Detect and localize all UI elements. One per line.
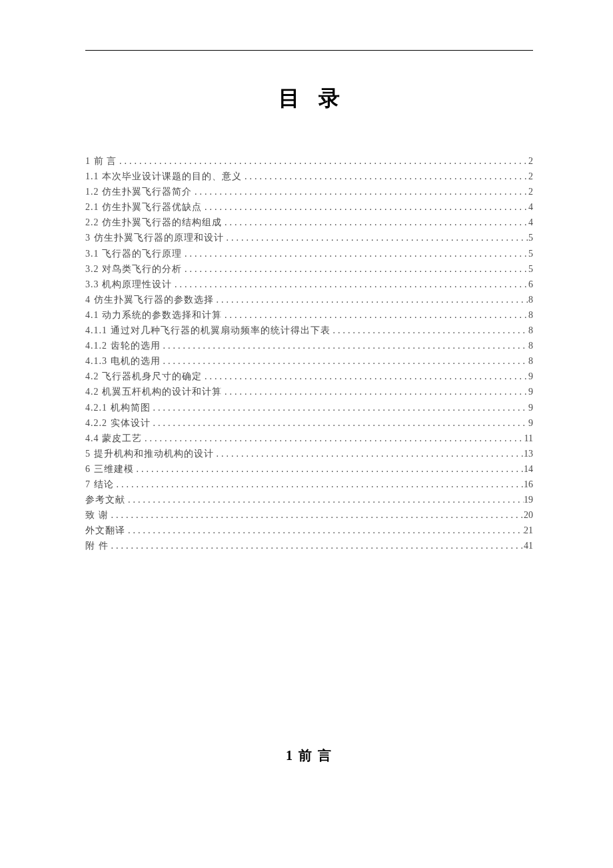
toc-leader-dots xyxy=(222,215,528,230)
toc-entry-label: 4.2.2 实体设计 xyxy=(85,415,151,431)
toc-row: 4.2 飞行器机身尺寸的确定9 xyxy=(85,369,533,384)
toc-entry-page: 9 xyxy=(528,369,533,384)
toc-entry-page: 9 xyxy=(528,400,533,415)
toc-leader-dots xyxy=(182,246,528,261)
toc-leader-dots xyxy=(224,230,529,245)
table-of-contents: 1 前 言21.1 本次毕业设计课题的目的、意义21.2 仿生扑翼飞行器简介22… xyxy=(85,153,533,553)
toc-row: 4.2.1 机构简图9 xyxy=(85,400,533,415)
toc-entry-page: 11 xyxy=(524,431,533,446)
toc-entry-label: 4.4 蒙皮工艺 xyxy=(85,431,142,446)
toc-entry-page: 9 xyxy=(528,384,533,399)
toc-entry-label: 致 谢 xyxy=(85,507,109,523)
toc-leader-dots xyxy=(172,277,528,292)
section-heading-preface: 1 前 言 xyxy=(85,747,533,765)
toc-entry-page: 19 xyxy=(524,492,533,507)
toc-entry-page: 8 xyxy=(528,292,533,307)
toc-leader-dots xyxy=(151,400,529,415)
toc-leader-dots xyxy=(114,477,524,492)
toc-leader-dots xyxy=(242,169,528,184)
top-rule xyxy=(85,50,533,51)
toc-entry-label: 参考文献 xyxy=(85,492,125,507)
toc-entry-page: 16 xyxy=(524,477,533,492)
toc-row: 4 仿生扑翼飞行器的参数选择8 xyxy=(85,292,533,307)
toc-entry-label: 附 件 xyxy=(85,538,109,553)
toc-row: 4.1.3 电机的选用8 xyxy=(85,353,533,369)
toc-entry-page: 4 xyxy=(528,199,533,215)
toc-leader-dots xyxy=(214,292,529,307)
document-page: 目录 1 前 言21.1 本次毕业设计课题的目的、意义21.2 仿生扑翼飞行器简… xyxy=(0,0,613,805)
toc-row: 参考文献19 xyxy=(85,492,533,507)
toc-title: 目录 xyxy=(85,84,533,113)
toc-entry-label: 1.1 本次毕业设计课题的目的、意义 xyxy=(85,169,242,184)
toc-entry-label: 1.2 仿生扑翼飞行器简介 xyxy=(85,184,192,199)
toc-row: 4.1.2 齿轮的选用8 xyxy=(85,338,533,353)
toc-leader-dots xyxy=(109,507,524,523)
toc-entry-label: 4.1.2 齿轮的选用 xyxy=(85,338,161,353)
toc-entry-label: 3.3 机构原理性设计 xyxy=(85,277,172,292)
toc-leader-dots xyxy=(182,261,528,277)
toc-entry-label: 4.1.3 电机的选用 xyxy=(85,353,161,369)
toc-row: 附 件41 xyxy=(85,538,533,553)
toc-entry-label: 3 仿生扑翼飞行器的原理和设计 xyxy=(85,230,224,245)
toc-row: 1.2 仿生扑翼飞行器简介2 xyxy=(85,184,533,199)
toc-entry-page: 8 xyxy=(528,338,533,353)
toc-leader-dots xyxy=(134,461,524,477)
toc-row: 3.1 飞行器的飞行原理5 xyxy=(85,246,533,261)
toc-leader-dots xyxy=(125,492,524,507)
toc-leader-dots xyxy=(214,446,524,461)
toc-leader-dots xyxy=(125,523,524,538)
toc-entry-label: 4 仿生扑翼飞行器的参数选择 xyxy=(85,292,214,307)
toc-entry-label: 4.1.1 通过对几种飞行器的机翼扇动频率的统计得出下表 xyxy=(85,323,330,338)
toc-entry-page: 41 xyxy=(524,538,533,553)
toc-row: 7 结论16 xyxy=(85,477,533,492)
toc-entry-label: 2.1 仿生扑翼飞行器优缺点 xyxy=(85,199,202,215)
toc-entry-page: 8 xyxy=(528,307,533,323)
toc-entry-label: 1 前 言 xyxy=(85,153,117,169)
toc-entry-page: 2 xyxy=(528,184,533,199)
toc-leader-dots xyxy=(202,369,528,384)
toc-row: 4.2 机翼五杆机构的设计和计算9 xyxy=(85,384,533,399)
toc-row: 1 前 言2 xyxy=(85,153,533,169)
toc-entry-page: 5 xyxy=(528,230,533,245)
toc-entry-label: 3.2 对鸟类飞行的分析 xyxy=(85,261,182,277)
toc-entry-page: 2 xyxy=(528,153,533,169)
toc-row: 外文翻译21 xyxy=(85,523,533,538)
toc-entry-page: 21 xyxy=(524,523,533,538)
toc-entry-label: 4.2 机翼五杆机构的设计和计算 xyxy=(85,384,222,399)
toc-row: 4.2.2 实体设计9 xyxy=(85,415,533,431)
toc-leader-dots xyxy=(142,431,524,446)
toc-entry-label: 4.2.1 机构简图 xyxy=(85,400,151,415)
toc-row: 致 谢20 xyxy=(85,507,533,523)
toc-leader-dots xyxy=(222,384,528,399)
toc-entry-page: 14 xyxy=(524,461,533,477)
toc-row: 4.1.1 通过对几种飞行器的机翼扇动频率的统计得出下表8 xyxy=(85,323,533,338)
toc-entry-page: 2 xyxy=(528,169,533,184)
toc-leader-dots xyxy=(192,184,528,199)
toc-entry-label: 6 三维建模 xyxy=(85,461,134,477)
toc-entry-page: 8 xyxy=(528,323,533,338)
toc-row: 2.1 仿生扑翼飞行器优缺点4 xyxy=(85,199,533,215)
toc-entry-label: 4.1 动力系统的参数选择和计算 xyxy=(85,307,222,323)
toc-entry-page: 13 xyxy=(524,446,533,461)
toc-row: 6 三维建模14 xyxy=(85,461,533,477)
toc-entry-page: 8 xyxy=(528,353,533,369)
toc-entry-page: 5 xyxy=(528,261,533,277)
toc-entry-label: 外文翻译 xyxy=(85,523,125,538)
toc-row: 4.1 动力系统的参数选择和计算8 xyxy=(85,307,533,323)
toc-entry-page: 6 xyxy=(528,277,533,292)
toc-leader-dots xyxy=(117,153,528,169)
toc-row: 3 仿生扑翼飞行器的原理和设计5 xyxy=(85,230,533,245)
toc-entry-label: 4.2 飞行器机身尺寸的确定 xyxy=(85,369,202,384)
toc-entry-label: 5 提升机构和推动机构的设计 xyxy=(85,446,214,461)
toc-leader-dots xyxy=(161,338,529,353)
toc-entry-label: 7 结论 xyxy=(85,477,114,492)
toc-row: 5 提升机构和推动机构的设计13 xyxy=(85,446,533,461)
toc-leader-dots xyxy=(151,415,529,431)
toc-entry-page: 5 xyxy=(528,246,533,261)
toc-entry-label: 3.1 飞行器的飞行原理 xyxy=(85,246,182,261)
toc-leader-dots xyxy=(202,199,528,215)
toc-entry-page: 20 xyxy=(524,507,533,523)
toc-entry-page: 9 xyxy=(528,415,533,431)
toc-row: 2.2 仿生扑翼飞行器的结构组成4 xyxy=(85,215,533,230)
toc-leader-dots xyxy=(330,323,529,338)
